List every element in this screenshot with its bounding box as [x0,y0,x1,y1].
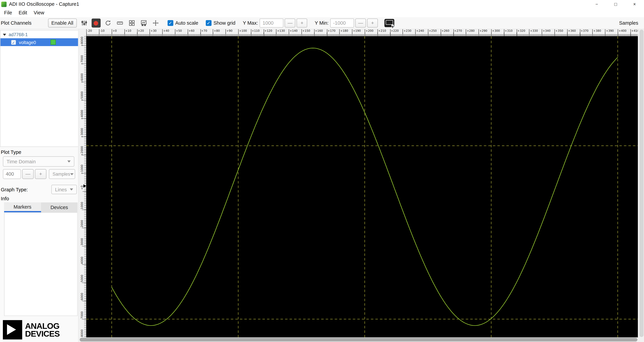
x-tick-label: +230 [402,29,411,36]
show-grid-checkbox[interactable]: ✓ Show grid [206,20,235,26]
sample-unit-select[interactable]: Samples [49,169,75,179]
x-tick-label: +380 [592,29,601,36]
maximize-button[interactable]: □ [606,0,625,8]
y-min-decrement-button[interactable]: — [355,19,366,28]
x-tick-label: +270 [453,29,462,36]
y-tick-label: +2000 [80,144,85,158]
analog-devices-logo: ANALOGDEVICES [3,320,60,339]
plot-channels-label: Plot Channels [1,20,32,26]
graph-type-select[interactable]: Lines [52,185,77,194]
x-tick-label: +40 [162,29,169,36]
info-tabs: Markers Devices [4,203,78,212]
y-tick-label: +1000 [80,163,85,176]
channel-name: voltage0 [19,40,36,45]
channel-color-swatch[interactable] [50,40,56,45]
sample-count-input[interactable] [3,169,21,179]
x-tick-label: +370 [580,29,588,36]
app-window: ADI IIO Oscilloscope - Capture1 − □ × Fi… [0,0,644,342]
x-tick-label: +360 [567,29,576,36]
y-tick-label: -3000 [80,236,85,249]
minimize-button[interactable]: − [587,0,606,8]
move-icon[interactable] [151,19,160,28]
record-icon[interactable] [92,19,101,28]
grid-style-icon[interactable] [127,19,136,28]
y-tick-label: +3000 [80,126,85,139]
y-tick-label: -2000 [80,218,85,231]
x-ruler: -20-10+0+10+20+30+40+50+60+70+80+90+100+… [86,29,638,36]
x-tick-label: +410 [630,29,638,36]
channel-row-voltage0[interactable]: ✓ voltage0 [0,38,79,46]
y-tick-label: -1000 [80,199,85,213]
x-tick-label: +50 [175,29,182,36]
plot-region: -20-10+0+10+20+30+40+50+60+70+80+90+100+… [79,29,644,342]
waveform-canvas[interactable] [86,36,638,337]
menu-bar: File Edit View [0,8,644,17]
device-name: ad7768-1 [8,32,28,37]
tab-devices[interactable]: Devices [41,203,78,212]
vertical-scrollbar[interactable] [639,29,644,342]
plot-type-select[interactable]: Time Domain [3,156,74,167]
x-tick-label: +160 [314,29,323,36]
ruler-corner [79,29,86,36]
graph-type-row: Graph Type: Lines [1,185,77,194]
menu-view[interactable]: View [30,9,48,17]
x-tick-label: +320 [516,29,525,36]
x-tick-label: +190 [352,29,361,36]
add-plot-icon[interactable] [384,19,394,27]
y-tick-label: +0 [80,181,85,194]
x-tick-label: +280 [466,29,475,36]
x-tick-label: +110 [251,29,260,36]
auto-scale-checkbox[interactable]: ✓ Auto scale [168,20,198,26]
x-tick-label: +310 [504,29,513,36]
graph-type-label: Graph Type: [1,187,28,192]
x-axis-unit-label: Samples [619,20,638,26]
oscilloscope-plot[interactable] [86,36,638,337]
close-button[interactable]: × [625,0,644,8]
y-tick-label: -8000 [80,327,85,337]
x-tick-label: +200 [365,29,374,36]
x-tick-label: +10 [124,29,131,36]
channel-settings-icon[interactable] [80,19,89,28]
new-plot-icon[interactable] [139,19,148,28]
tab-markers[interactable]: Markers [4,203,41,212]
y-tick-label: -7000 [80,309,85,322]
horizontal-scrollbar[interactable] [79,337,638,342]
y-tick-label: +6000 [80,72,85,85]
info-label: Info [1,196,9,202]
vertical-scrollbar-thumb[interactable] [640,30,644,337]
show-grid-check-icon: ✓ [206,20,212,26]
device-tree-item[interactable]: ad7768-1 [0,30,79,38]
y-tick-label: -6000 [80,291,85,304]
x-tick-label: +180 [339,29,348,36]
y-max-increment-button[interactable]: + [297,19,307,28]
adi-triangle-icon [3,320,22,339]
chevron-down-icon [70,173,73,175]
sample-unit-value: Samples [52,172,70,177]
window-title: ADI IIO Oscilloscope - Capture1 [9,1,79,7]
x-tick-label: +170 [327,29,336,36]
x-tick-label: +20 [137,29,144,36]
x-tick-label: -10 [99,29,105,36]
x-tick-label: +150 [302,29,310,36]
channel-checkbox[interactable]: ✓ [11,40,16,45]
toolbar: Plot Channels Enable All [0,17,644,29]
auto-scale-check-icon: ✓ [168,20,173,26]
x-tick-label: +260 [441,29,450,36]
menu-edit[interactable]: Edit [15,9,30,17]
sample-count-increment-button[interactable]: + [35,169,46,179]
expander-icon[interactable] [3,34,6,36]
x-tick-label: +120 [264,29,272,36]
horizontal-scrollbar-thumb[interactable] [80,338,638,341]
y-tick-label: -4000 [80,254,85,267]
enable-all-button[interactable]: Enable All [48,19,77,28]
sample-count-decrement-button[interactable]: — [22,169,34,179]
restart-capture-icon[interactable] [103,19,112,28]
menu-file[interactable]: File [1,9,15,17]
x-tick-label: +90 [226,29,232,36]
y-min-input[interactable] [330,19,354,28]
y-min-increment-button[interactable]: + [367,19,378,28]
y-max-input[interactable] [260,19,284,28]
markers-icon[interactable] [115,19,124,28]
y-max-decrement-button[interactable]: — [285,19,295,28]
x-tick-label: +220 [390,29,399,36]
